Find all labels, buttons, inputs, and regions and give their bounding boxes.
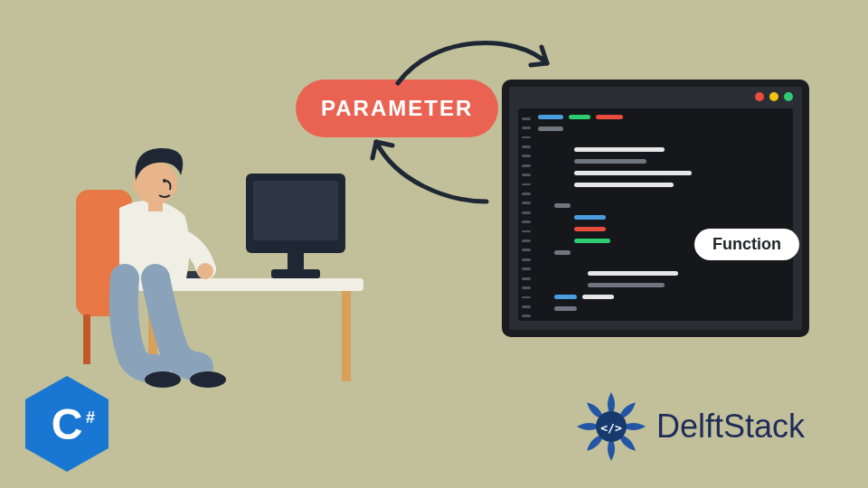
function-badge: Function xyxy=(694,229,799,260)
svg-point-15 xyxy=(197,263,213,279)
code-body xyxy=(518,108,793,321)
arrow-parameter-to-code xyxy=(389,29,570,92)
maximize-icon xyxy=(784,92,793,101)
code-lines xyxy=(538,114,786,317)
svg-rect-7 xyxy=(253,181,338,240)
svg-point-13 xyxy=(163,179,166,183)
arrow-code-to-parameter xyxy=(360,131,505,212)
svg-text:#: # xyxy=(86,408,95,427)
svg-rect-8 xyxy=(288,253,304,269)
svg-rect-5 xyxy=(342,291,351,381)
code-editor-window xyxy=(502,80,809,337)
brand-text: DelftStack xyxy=(656,408,805,446)
mandala-icon: </> xyxy=(575,390,647,463)
svg-rect-1 xyxy=(83,314,90,364)
close-icon xyxy=(755,92,764,101)
window-traffic-lights xyxy=(755,92,793,101)
csharp-logo: C # xyxy=(22,374,112,474)
svg-point-16 xyxy=(145,371,181,388)
programmer-illustration xyxy=(65,117,373,407)
svg-text:</>: </> xyxy=(600,421,622,435)
delftstack-logo: </> DelftStack xyxy=(575,390,805,463)
line-gutter xyxy=(518,108,534,321)
minimize-icon xyxy=(769,92,778,101)
svg-rect-14 xyxy=(148,201,163,211)
csharp-text: C xyxy=(52,400,83,448)
svg-rect-9 xyxy=(271,269,320,278)
svg-point-12 xyxy=(133,182,142,191)
svg-point-17 xyxy=(190,371,226,388)
